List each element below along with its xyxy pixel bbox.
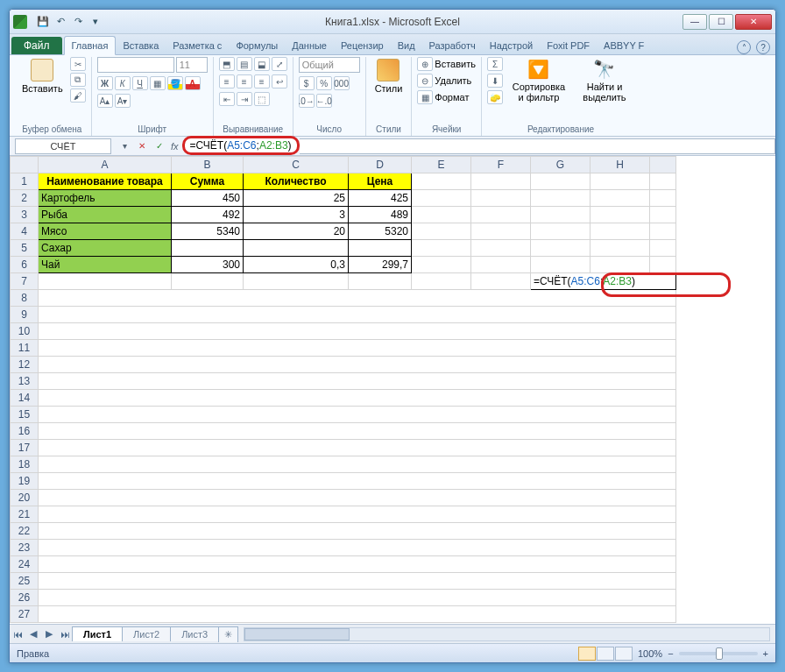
cell-D6[interactable]: 299,7 xyxy=(349,257,412,273)
view-normal-icon[interactable] xyxy=(578,647,596,661)
col-header-A[interactable]: A xyxy=(39,157,172,173)
formula-input-highlight[interactable]: =СЧЁТ(A5:C6;A2:B3) xyxy=(182,136,300,155)
cell[interactable] xyxy=(591,207,650,223)
cell[interactable] xyxy=(591,190,650,207)
cell-B2[interactable]: 450 xyxy=(172,190,244,207)
cell[interactable] xyxy=(39,357,676,373)
cell[interactable] xyxy=(39,340,676,357)
cell-G7-active[interactable]: =СЧЁТ(A5:C6;A2:B3) xyxy=(531,273,676,290)
cell-A4[interactable]: Мясо xyxy=(39,223,172,240)
decrease-font-icon[interactable]: A▾ xyxy=(115,94,131,108)
cell-B4[interactable]: 5340 xyxy=(172,223,244,240)
sheet-tab-1[interactable]: Лист1 xyxy=(72,626,123,641)
cell[interactable] xyxy=(349,273,412,290)
redo-icon[interactable]: ↷ xyxy=(71,15,85,29)
zoom-slider[interactable] xyxy=(679,652,758,655)
insert-cell-icon[interactable]: ⊕ xyxy=(417,57,433,71)
cell-B6[interactable]: 300 xyxy=(172,257,244,273)
sheet-new-icon[interactable]: ✳ xyxy=(218,626,238,642)
col-header-G[interactable]: G xyxy=(531,157,591,173)
cell[interactable] xyxy=(471,173,531,190)
cell-C2[interactable]: 25 xyxy=(244,190,349,207)
paste-button[interactable]: Вставить xyxy=(18,57,67,95)
sheet-nav-prev-icon[interactable]: ◀ xyxy=(25,626,41,642)
minimize-button[interactable]: — xyxy=(682,14,707,30)
cell-C5[interactable] xyxy=(244,240,349,257)
cancel-formula-icon[interactable]: ✕ xyxy=(134,139,150,153)
cell[interactable] xyxy=(39,273,172,290)
row-header[interactable]: 26 xyxy=(11,590,39,606)
clear-icon[interactable]: 🧽 xyxy=(487,90,503,104)
header-name[interactable]: Наименование товара xyxy=(39,173,172,190)
cell[interactable] xyxy=(531,223,591,240)
sort-filter-button[interactable]: 🔽 Сортировка и фильтр xyxy=(506,57,571,104)
cell[interactable] xyxy=(471,257,531,273)
comma-icon[interactable]: 000 xyxy=(334,76,350,90)
cell[interactable] xyxy=(39,540,676,556)
row-header[interactable]: 18 xyxy=(11,456,39,473)
cell[interactable] xyxy=(471,207,531,223)
cell[interactable] xyxy=(412,173,471,190)
file-tab[interactable]: Файл xyxy=(11,37,62,54)
cell[interactable] xyxy=(39,556,676,573)
row-header[interactable]: 15 xyxy=(11,407,39,423)
underline-icon[interactable]: Ч xyxy=(132,76,148,90)
row-header[interactable]: 12 xyxy=(11,357,39,373)
delete-label[interactable]: Удалить xyxy=(435,75,471,86)
cut-icon[interactable]: ✂ xyxy=(70,57,86,71)
cell[interactable] xyxy=(650,240,676,257)
cell[interactable] xyxy=(471,240,531,257)
row-header[interactable]: 13 xyxy=(11,373,39,390)
orientation-icon[interactable]: ⤢ xyxy=(272,57,287,71)
format-painter-icon[interactable]: 🖌 xyxy=(70,88,86,103)
cell[interactable] xyxy=(39,506,676,523)
row-header-4[interactable]: 4 xyxy=(11,223,39,240)
currency-icon[interactable]: $ xyxy=(299,76,315,90)
cell[interactable] xyxy=(591,223,650,240)
help-icon[interactable]: ? xyxy=(756,40,770,54)
decrease-indent-icon[interactable]: ⇤ xyxy=(219,92,235,106)
row-header[interactable]: 8 xyxy=(11,290,39,307)
cell[interactable] xyxy=(39,390,676,407)
ribbon-minimize-icon[interactable]: ˄ xyxy=(737,40,751,54)
name-drop-icon[interactable]: ▾ xyxy=(117,139,132,153)
cell-C3[interactable]: 3 xyxy=(244,207,349,223)
find-select-button[interactable]: 🔭 Найти и выделить xyxy=(575,57,634,104)
number-format-input[interactable] xyxy=(299,57,360,73)
cell[interactable] xyxy=(531,240,591,257)
cell[interactable] xyxy=(591,173,650,190)
formula-input-rest[interactable] xyxy=(300,138,775,154)
cell[interactable] xyxy=(412,190,471,207)
tab-review[interactable]: Рецензир xyxy=(334,37,391,54)
col-header-C[interactable]: C xyxy=(244,157,349,173)
row-header[interactable]: 16 xyxy=(11,423,39,440)
tab-abbyy[interactable]: ABBYY F xyxy=(597,37,651,54)
align-left-icon[interactable]: ≡ xyxy=(219,74,235,88)
view-break-icon[interactable] xyxy=(615,647,633,661)
close-button[interactable]: ✕ xyxy=(735,14,772,30)
cell[interactable] xyxy=(172,273,244,290)
tab-layout[interactable]: Разметка с xyxy=(166,37,229,54)
cell[interactable] xyxy=(471,273,531,290)
align-bottom-icon[interactable]: ⬓ xyxy=(254,57,270,71)
increase-font-icon[interactable]: A▴ xyxy=(97,94,113,108)
row-header-1[interactable]: 1 xyxy=(11,173,39,190)
cell[interactable] xyxy=(591,240,650,257)
row-header[interactable]: 17 xyxy=(11,440,39,456)
col-header-E[interactable]: E xyxy=(412,157,471,173)
row-header-5[interactable]: 5 xyxy=(11,240,39,257)
col-header-H[interactable]: H xyxy=(591,157,650,173)
fill-icon[interactable]: ⬇ xyxy=(487,74,503,88)
format-cell-icon[interactable]: ▦ xyxy=(417,90,433,104)
cell-B3[interactable]: 492 xyxy=(172,207,244,223)
cell[interactable] xyxy=(39,373,676,390)
spreadsheet-grid[interactable]: A B C D E F G H 1 Наименование товара Су… xyxy=(10,156,775,624)
tab-addins[interactable]: Надстрой xyxy=(483,37,540,54)
row-header-7[interactable]: 7 xyxy=(11,273,39,290)
cell[interactable] xyxy=(39,606,676,623)
align-middle-icon[interactable]: ▤ xyxy=(237,57,252,71)
qat-more-icon[interactable]: ▾ xyxy=(88,15,103,29)
horizontal-scrollbar[interactable] xyxy=(244,627,770,641)
copy-icon[interactable]: ⧉ xyxy=(70,73,86,87)
font-color-icon[interactable]: A xyxy=(185,76,201,90)
